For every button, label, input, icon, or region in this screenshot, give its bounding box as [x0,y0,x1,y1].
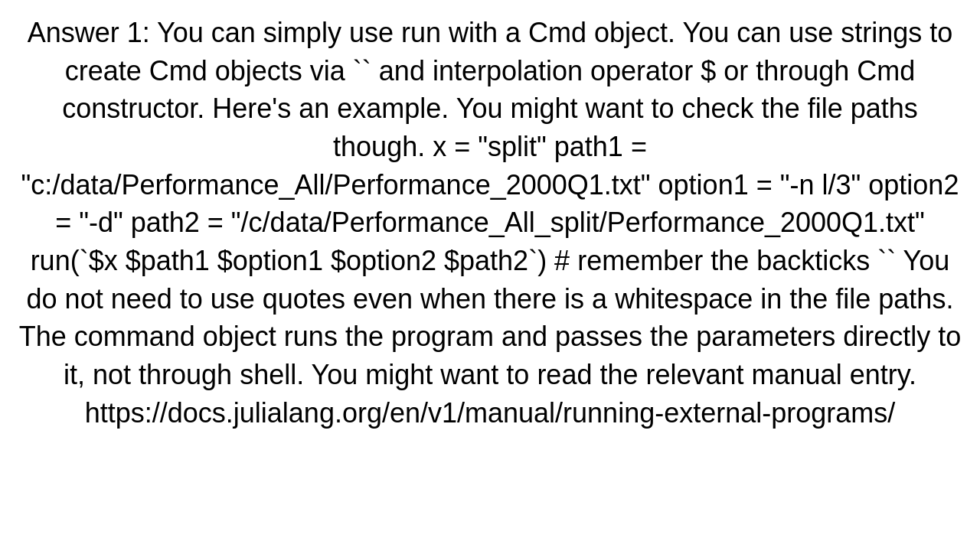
answer-paragraph: Answer 1: You can simply use run with a … [15,14,965,432]
main-content: Answer 1: You can simply use run with a … [0,0,980,445]
